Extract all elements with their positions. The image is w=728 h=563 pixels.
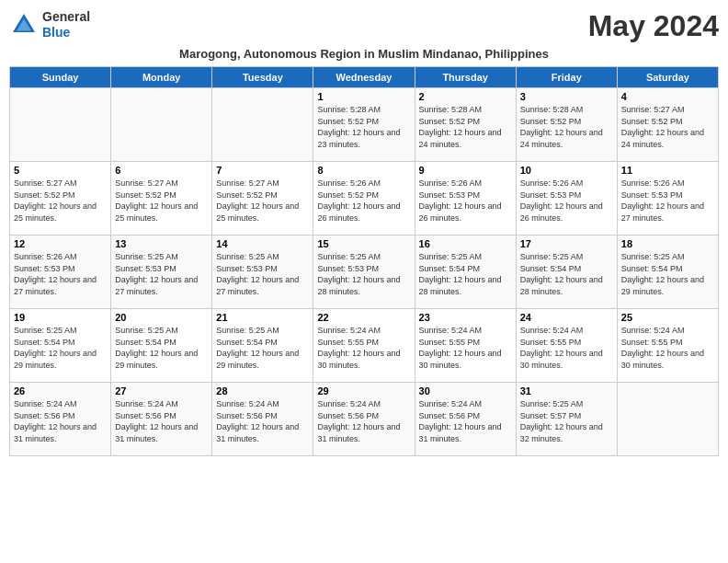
logo-text: General Blue	[42, 9, 90, 40]
day-number: 27	[115, 385, 208, 396]
logo-blue: Blue	[42, 25, 90, 40]
week-row: 5Sunrise: 5:27 AMSunset: 5:52 PMDaylight…	[10, 162, 719, 236]
calendar-cell: 12Sunrise: 5:26 AMSunset: 5:53 PMDayligh…	[10, 236, 111, 309]
logo-icon	[9, 10, 39, 40]
calendar-cell: 23Sunrise: 5:24 AMSunset: 5:55 PMDayligh…	[415, 309, 516, 383]
week-row: 1Sunrise: 5:28 AMSunset: 5:52 PMDaylight…	[10, 88, 719, 162]
day-number: 8	[317, 165, 410, 176]
day-info: Sunrise: 5:24 AMSunset: 5:56 PMDaylight:…	[216, 398, 309, 444]
calendar-cell: 7Sunrise: 5:27 AMSunset: 5:52 PMDaylight…	[212, 162, 313, 236]
calendar-cell: 18Sunrise: 5:25 AMSunset: 5:54 PMDayligh…	[617, 236, 718, 309]
day-number: 31	[520, 385, 613, 396]
day-info: Sunrise: 5:25 AMSunset: 5:53 PMDaylight:…	[115, 251, 208, 297]
calendar-cell: 26Sunrise: 5:24 AMSunset: 5:56 PMDayligh…	[10, 383, 111, 456]
page-header: General Blue May 2024	[9, 9, 719, 43]
calendar-cell: 27Sunrise: 5:24 AMSunset: 5:56 PMDayligh…	[111, 383, 212, 456]
day-info: Sunrise: 5:25 AMSunset: 5:54 PMDaylight:…	[419, 251, 512, 297]
day-number: 5	[14, 165, 107, 176]
day-number: 12	[14, 238, 107, 249]
day-number: 25	[621, 312, 714, 323]
day-number: 24	[520, 312, 613, 323]
day-info: Sunrise: 5:25 AMSunset: 5:54 PMDaylight:…	[14, 325, 107, 371]
day-info: Sunrise: 5:26 AMSunset: 5:53 PMDaylight:…	[14, 251, 107, 297]
day-info: Sunrise: 5:25 AMSunset: 5:57 PMDaylight:…	[520, 398, 613, 444]
day-number: 26	[14, 385, 107, 396]
day-info: Sunrise: 5:28 AMSunset: 5:52 PMDaylight:…	[317, 104, 410, 150]
day-number: 11	[621, 165, 714, 176]
day-number: 15	[317, 238, 410, 249]
day-number: 30	[419, 385, 512, 396]
day-number: 18	[621, 238, 714, 249]
day-info: Sunrise: 5:25 AMSunset: 5:54 PMDaylight:…	[216, 325, 309, 371]
day-number: 23	[419, 312, 512, 323]
calendar-table: SundayMondayTuesdayWednesdayThursdayFrid…	[9, 66, 719, 456]
day-info: Sunrise: 5:25 AMSunset: 5:54 PMDaylight:…	[115, 325, 208, 371]
calendar-cell: 30Sunrise: 5:24 AMSunset: 5:56 PMDayligh…	[415, 383, 516, 456]
day-info: Sunrise: 5:24 AMSunset: 5:56 PMDaylight:…	[14, 398, 107, 444]
day-info: Sunrise: 5:26 AMSunset: 5:53 PMDaylight:…	[520, 178, 613, 224]
calendar-cell: 3Sunrise: 5:28 AMSunset: 5:52 PMDaylight…	[516, 88, 617, 162]
calendar-cell: 20Sunrise: 5:25 AMSunset: 5:54 PMDayligh…	[111, 309, 212, 383]
day-number: 20	[115, 312, 208, 323]
day-info: Sunrise: 5:24 AMSunset: 5:56 PMDaylight:…	[317, 398, 410, 444]
calendar-cell	[212, 88, 313, 162]
day-info: Sunrise: 5:28 AMSunset: 5:52 PMDaylight:…	[520, 104, 613, 150]
calendar-cell: 17Sunrise: 5:25 AMSunset: 5:54 PMDayligh…	[516, 236, 617, 309]
day-number: 9	[419, 165, 512, 176]
day-info: Sunrise: 5:25 AMSunset: 5:54 PMDaylight:…	[621, 251, 714, 297]
calendar-cell: 19Sunrise: 5:25 AMSunset: 5:54 PMDayligh…	[10, 309, 111, 383]
calendar-cell: 24Sunrise: 5:24 AMSunset: 5:55 PMDayligh…	[516, 309, 617, 383]
day-info: Sunrise: 5:24 AMSunset: 5:55 PMDaylight:…	[419, 325, 512, 371]
week-row: 19Sunrise: 5:25 AMSunset: 5:54 PMDayligh…	[10, 309, 719, 383]
day-number: 2	[419, 91, 512, 102]
calendar-cell: 13Sunrise: 5:25 AMSunset: 5:53 PMDayligh…	[111, 236, 212, 309]
week-row: 26Sunrise: 5:24 AMSunset: 5:56 PMDayligh…	[10, 383, 719, 456]
day-number: 19	[14, 312, 107, 323]
header-row: SundayMondayTuesdayWednesdayThursdayFrid…	[10, 67, 719, 88]
calendar-cell: 14Sunrise: 5:25 AMSunset: 5:53 PMDayligh…	[212, 236, 313, 309]
day-header-thursday: Thursday	[415, 67, 516, 88]
month-title: May 2024	[588, 9, 719, 43]
calendar-cell: 10Sunrise: 5:26 AMSunset: 5:53 PMDayligh…	[516, 162, 617, 236]
calendar-cell: 6Sunrise: 5:27 AMSunset: 5:52 PMDaylight…	[111, 162, 212, 236]
day-info: Sunrise: 5:27 AMSunset: 5:52 PMDaylight:…	[14, 178, 107, 224]
day-header-wednesday: Wednesday	[313, 67, 415, 88]
day-header-saturday: Saturday	[617, 67, 718, 88]
day-number: 22	[317, 312, 410, 323]
day-info: Sunrise: 5:27 AMSunset: 5:52 PMDaylight:…	[621, 104, 714, 150]
day-header-friday: Friday	[516, 67, 617, 88]
day-info: Sunrise: 5:24 AMSunset: 5:56 PMDaylight:…	[115, 398, 208, 444]
day-header-tuesday: Tuesday	[212, 67, 313, 88]
logo-general: General	[42, 9, 90, 25]
day-info: Sunrise: 5:24 AMSunset: 5:55 PMDaylight:…	[317, 325, 410, 371]
day-info: Sunrise: 5:25 AMSunset: 5:53 PMDaylight:…	[216, 251, 309, 297]
calendar-cell: 16Sunrise: 5:25 AMSunset: 5:54 PMDayligh…	[415, 236, 516, 309]
calendar-cell: 9Sunrise: 5:26 AMSunset: 5:53 PMDaylight…	[415, 162, 516, 236]
day-number: 4	[621, 91, 714, 102]
day-info: Sunrise: 5:25 AMSunset: 5:53 PMDaylight:…	[317, 251, 410, 297]
day-info: Sunrise: 5:24 AMSunset: 5:55 PMDaylight:…	[621, 325, 714, 371]
day-number: 28	[216, 385, 309, 396]
calendar-cell: 31Sunrise: 5:25 AMSunset: 5:57 PMDayligh…	[516, 383, 617, 456]
calendar-cell: 21Sunrise: 5:25 AMSunset: 5:54 PMDayligh…	[212, 309, 313, 383]
day-info: Sunrise: 5:24 AMSunset: 5:55 PMDaylight:…	[520, 325, 613, 371]
day-number: 16	[419, 238, 512, 249]
calendar-cell: 8Sunrise: 5:26 AMSunset: 5:52 PMDaylight…	[313, 162, 415, 236]
day-number: 17	[520, 238, 613, 249]
day-info: Sunrise: 5:28 AMSunset: 5:52 PMDaylight:…	[419, 104, 512, 150]
day-info: Sunrise: 5:27 AMSunset: 5:52 PMDaylight:…	[216, 178, 309, 224]
day-info: Sunrise: 5:26 AMSunset: 5:53 PMDaylight:…	[621, 178, 714, 224]
calendar-cell	[10, 88, 111, 162]
day-number: 3	[520, 91, 613, 102]
day-number: 7	[216, 165, 309, 176]
day-number: 6	[115, 165, 208, 176]
day-number: 1	[317, 91, 410, 102]
day-number: 13	[115, 238, 208, 249]
day-info: Sunrise: 5:26 AMSunset: 5:53 PMDaylight:…	[419, 178, 512, 224]
subtitle: Marogong, Autonomous Region in Muslim Mi…	[9, 47, 719, 61]
day-info: Sunrise: 5:27 AMSunset: 5:52 PMDaylight:…	[115, 178, 208, 224]
day-header-monday: Monday	[111, 67, 212, 88]
calendar-cell: 5Sunrise: 5:27 AMSunset: 5:52 PMDaylight…	[10, 162, 111, 236]
calendar-cell	[617, 383, 718, 456]
day-header-sunday: Sunday	[10, 67, 111, 88]
